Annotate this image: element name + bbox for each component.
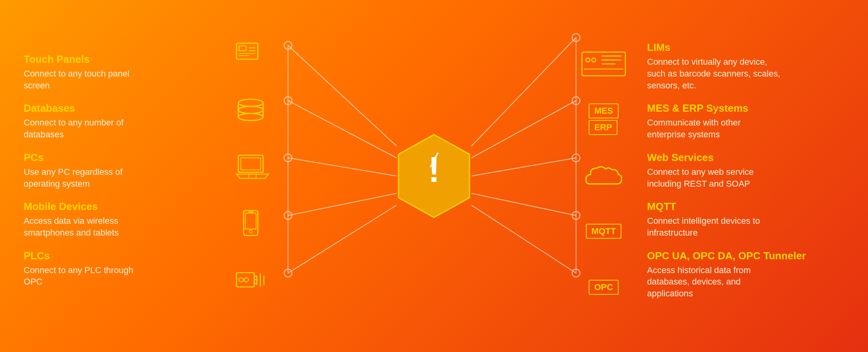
right-item-web-services: Web Services Connect to any web service … xyxy=(647,152,844,189)
opc-icon: OPC xyxy=(580,268,627,308)
mes-tag: MES xyxy=(589,103,619,118)
svg-line-18 xyxy=(471,205,576,273)
mobile-desc: Access data via wireless smartphones and… xyxy=(24,215,142,238)
svg-point-28 xyxy=(238,99,263,107)
pcs-title: PCs xyxy=(24,152,221,164)
opc-desc: Access historical data from databases, d… xyxy=(647,264,781,300)
svg-point-11 xyxy=(572,34,580,41)
web-services-desc: Connect to any web service including RES… xyxy=(647,166,781,189)
svg-line-8 xyxy=(288,205,397,273)
center-hexagon: ! ╱ xyxy=(395,133,473,219)
svg-line-2 xyxy=(288,101,397,158)
touch-panels-title: Touch Panels xyxy=(24,53,221,66)
svg-point-54 xyxy=(592,58,596,62)
svg-point-13 xyxy=(572,97,580,105)
lims-title: LIMs xyxy=(647,41,844,54)
right-item-mqtt: MQTT Connect intelligent devices to infr… xyxy=(647,200,844,238)
mobile-device-icon xyxy=(233,204,272,243)
web-services-icon xyxy=(580,156,627,196)
right-item-mes-erp: MES & ERP Systems Communicate with other… xyxy=(647,102,844,140)
svg-point-15 xyxy=(572,154,580,162)
pc-laptop-icon xyxy=(233,148,272,187)
right-icons-panel: MES ERP MQTT OPC xyxy=(580,0,635,352)
svg-line-16 xyxy=(471,193,576,215)
web-services-title: Web Services xyxy=(647,152,844,164)
svg-point-7 xyxy=(284,212,292,219)
svg-rect-32 xyxy=(241,158,260,170)
left-item-pcs: PCs Use any PC regardless of operating s… xyxy=(24,152,221,189)
svg-point-3 xyxy=(284,97,292,105)
opc-title: OPC UA, OPC DA, OPC Tunneler xyxy=(647,250,844,262)
plcs-desc: Connect to any PLC through OPC xyxy=(24,264,142,288)
right-item-lims: LIMs Connect to virtually any device, su… xyxy=(647,41,844,91)
mes-erp-desc: Communicate with other enterprise system… xyxy=(647,117,781,140)
left-item-touch-panels: Touch Panels Connect to any touch panel … xyxy=(24,53,221,91)
left-text-panel: Touch Panels Connect to any touch panel … xyxy=(24,0,221,352)
right-item-opc: OPC UA, OPC DA, OPC Tunneler Access hist… xyxy=(647,250,844,300)
plcs-title: PLCs xyxy=(24,250,221,262)
svg-point-53 xyxy=(586,58,590,62)
svg-point-19 xyxy=(572,269,580,277)
mes-erp-title: MES & ERP Systems xyxy=(647,102,844,114)
svg-rect-36 xyxy=(244,211,258,236)
touch-panels-desc: Connect to any touch panel screen xyxy=(24,68,142,91)
mqtt-tag: MQTT xyxy=(586,224,621,239)
right-text-panel: LIMs Connect to virtually any device, su… xyxy=(647,0,844,352)
main-container: Touch Panels Connect to any touch panel … xyxy=(0,0,868,352)
svg-point-30 xyxy=(238,114,263,121)
left-icons-panel xyxy=(233,0,280,352)
svg-line-14 xyxy=(471,158,576,176)
left-item-mobile: Mobile Devices Access data via wireless … xyxy=(24,200,221,238)
mqtt-desc: Connect intelligent devices to infrastru… xyxy=(647,215,781,238)
left-item-plcs: PLCs Connect to any PLC through OPC xyxy=(24,250,221,288)
pcs-desc: Use any PC regardless of operating syste… xyxy=(24,166,142,189)
svg-line-4 xyxy=(288,158,397,176)
databases-desc: Connect to any number of databases xyxy=(24,117,142,140)
erp-tag: ERP xyxy=(589,120,617,135)
mqtt-icon: MQTT xyxy=(580,212,627,252)
lims-desc: Connect to virtually any device, such as… xyxy=(647,56,781,91)
left-item-databases: Databases Connect to any number of datab… xyxy=(24,102,221,140)
svg-line-10 xyxy=(471,37,576,146)
svg-point-41 xyxy=(239,278,243,282)
svg-line-0 xyxy=(288,45,397,146)
database-icon xyxy=(233,92,272,131)
mobile-title: Mobile Devices xyxy=(24,200,221,213)
svg-point-38 xyxy=(249,230,252,233)
mes-erp-icon: MES ERP xyxy=(580,100,627,140)
touch-panel-icon xyxy=(233,36,272,75)
svg-point-17 xyxy=(572,212,580,219)
lims-icon xyxy=(580,44,627,84)
opc-tag: OPC xyxy=(589,280,619,295)
svg-rect-37 xyxy=(245,213,256,229)
svg-point-29 xyxy=(238,107,263,114)
svg-point-9 xyxy=(284,269,292,277)
mqtt-title: MQTT xyxy=(647,200,844,213)
plc-icon xyxy=(233,260,272,300)
svg-point-42 xyxy=(244,278,249,282)
svg-point-5 xyxy=(284,154,292,162)
svg-rect-23 xyxy=(239,46,246,51)
svg-point-1 xyxy=(284,41,292,49)
svg-line-12 xyxy=(471,101,576,158)
databases-title: Databases xyxy=(24,102,221,114)
svg-line-6 xyxy=(288,193,397,215)
